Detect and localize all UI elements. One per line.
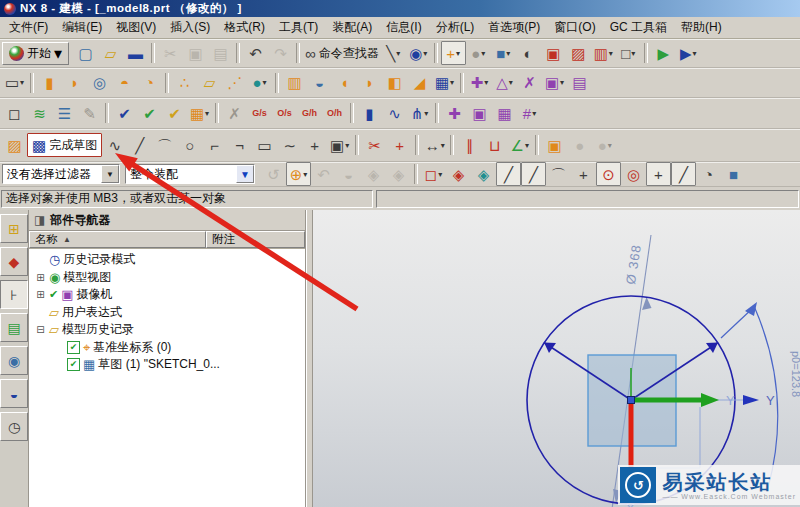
arc-button[interactable]: ⌒ <box>152 133 177 157</box>
flange-button[interactable]: ◗ <box>357 71 382 95</box>
circle-button[interactable]: ○ <box>177 133 202 157</box>
dropdown-arrow-icon[interactable]: ▾ <box>205 109 209 118</box>
profile-button[interactable]: ∿ <box>102 133 127 157</box>
snap-curve-button[interactable]: ⌒ <box>546 162 571 186</box>
column-header-name[interactable]: 名称 ▲ <box>29 231 206 248</box>
geom-check-oh-button[interactable]: O/h <box>322 101 347 125</box>
menu-item-1[interactable]: 编辑(E) <box>55 17 109 38</box>
snap-face-button[interactable]: ◔ <box>696 162 721 186</box>
snap-quadrant-button[interactable]: ◎ <box>621 162 646 186</box>
menu-item-6[interactable]: 装配(A) <box>325 17 379 38</box>
geom-check-os-button[interactable]: O/s <box>272 101 297 125</box>
reuse-library-tab[interactable]: ▤ <box>0 313 28 342</box>
chamfer-sketch-button[interactable]: ¬ <box>227 133 252 157</box>
sketch-origin-point[interactable] <box>628 397 635 404</box>
save-button[interactable]: ▬ <box>123 41 148 65</box>
selection-scope-button[interactable]: ⊕▾ <box>286 162 311 186</box>
more-tools-button[interactable]: ●▾ <box>592 133 617 157</box>
line-button[interactable]: ╱ <box>127 133 152 157</box>
tree-item-1[interactable]: ⊞◉模型视图 <box>29 269 305 287</box>
dropdown-arrow-icon[interactable]: ▾ <box>484 78 488 87</box>
snap-endpoint-button[interactable]: ╱ <box>496 162 521 186</box>
undo-button[interactable]: ↶ <box>243 41 268 65</box>
window-prev-button[interactable]: ▶ <box>651 41 676 65</box>
update-model-button[interactable]: ● <box>567 133 592 157</box>
angular-dimension-label[interactable]: p0=123.8 <box>790 351 800 397</box>
show-cube-button[interactable]: ▦▾ <box>432 71 457 95</box>
window-next-button[interactable]: ▶▾ <box>676 41 701 65</box>
dropdown-arrow-icon[interactable]: ▾ <box>20 78 24 87</box>
boolean-button[interactable]: ●▾ <box>247 71 272 95</box>
unite-button[interactable]: ▥ <box>282 71 307 95</box>
dropdown-arrow-icon[interactable]: ▾ <box>532 109 536 118</box>
combo-arrow-icon[interactable]: ▼ <box>101 165 119 183</box>
history-tab[interactable]: ◒ <box>0 379 28 408</box>
dropdown-arrow-icon[interactable]: ▾ <box>396 49 400 58</box>
dropdown-arrow-icon[interactable]: ▾ <box>456 49 460 58</box>
geometric-constraints-button[interactable]: ∥ <box>457 133 482 157</box>
snap-intersection-button[interactable]: + <box>571 162 596 186</box>
extrude-button[interactable]: ▮ <box>37 71 62 95</box>
rapid-dimension-button[interactable]: ↔▾ <box>422 133 447 157</box>
orient-view-button[interactable]: ●▾ <box>466 41 491 65</box>
wire-harness-button[interactable]: #▾ <box>517 101 542 125</box>
sketch-task-button[interactable]: ▨ <box>2 133 27 157</box>
battery-button[interactable]: ▮ <box>357 101 382 125</box>
redo-button[interactable]: ↷ <box>268 41 293 65</box>
hidden-edge-style-button[interactable]: ▨ <box>566 41 591 65</box>
auto-constrain-button[interactable]: ∠▾ <box>507 133 532 157</box>
marquee-select-button[interactable]: ◻▾ <box>421 162 446 186</box>
menu-item-5[interactable]: 工具(T) <box>272 17 325 38</box>
hole-button[interactable]: ◎ <box>87 71 112 95</box>
menu-item-3[interactable]: 插入(S) <box>163 17 217 38</box>
highlight-ball-button[interactable]: ◒ <box>336 162 361 186</box>
dropdown-arrow-icon[interactable]: ▾ <box>509 78 513 87</box>
dropdown-arrow-icon[interactable]: ▾ <box>438 170 442 179</box>
dropdown-arrow-icon[interactable]: ▾ <box>423 49 427 58</box>
sweep-button[interactable]: ◖ <box>332 71 357 95</box>
layer-category-button[interactable]: ☰ <box>52 101 77 125</box>
sketch-pane-button[interactable]: ▭▾ <box>2 71 27 95</box>
open-button[interactable]: ▱ <box>98 41 123 65</box>
copy-button[interactable]: ▣ <box>183 41 208 65</box>
offset-curve-button[interactable]: ▣▾ <box>327 133 352 157</box>
menu-item-7[interactable]: 信息(I) <box>379 17 428 38</box>
chamfer-body-button[interactable]: ◢ <box>407 71 432 95</box>
tree-item-5[interactable]: ✔⌖基准坐标系 (0) <box>29 339 305 357</box>
dropdown-arrow-icon[interactable]: ▾ <box>608 141 612 150</box>
dropdown-arrow-icon[interactable]: ▾ <box>450 78 454 87</box>
isometric-view-button[interactable]: ■▾ <box>491 41 516 65</box>
hand-deselect-button[interactable]: ◈ <box>386 162 411 186</box>
selection-tip-button[interactable]: ╲▾ <box>381 41 406 65</box>
dropdown-arrow-icon[interactable]: ▾ <box>631 49 635 58</box>
snap-mid-button[interactable]: ◈ <box>471 162 496 186</box>
dropdown-arrow-icon[interactable]: ▾ <box>424 109 428 118</box>
start-button[interactable]: 开始 ▾ <box>2 42 69 65</box>
boss-button[interactable]: ◓ <box>112 71 137 95</box>
spring-button[interactable]: ∿ <box>382 101 407 125</box>
dropdown-arrow-icon[interactable]: ▾ <box>263 78 267 87</box>
rectangle-button[interactable]: ▭ <box>252 133 277 157</box>
tree-item-2[interactable]: ⊞✔▣摄像机 <box>29 286 305 304</box>
hand-select-button[interactable]: ◈ <box>361 162 386 186</box>
sync-delete-face-button[interactable]: ✗ <box>517 71 542 95</box>
menu-item-10[interactable]: 窗口(O) <box>547 17 602 38</box>
layer-settings-button[interactable]: ≋ <box>27 101 52 125</box>
tree-item-3[interactable]: ▱用户表达式 <box>29 304 305 322</box>
undo-selection-button[interactable]: ↶ <box>311 162 336 186</box>
solid-cube-button[interactable]: ■ <box>721 162 746 186</box>
point-button[interactable]: + <box>302 133 327 157</box>
tag-button[interactable]: ✎ <box>77 101 102 125</box>
menu-item-2[interactable]: 视图(V) <box>109 17 163 38</box>
combo-arrow-blue-icon[interactable]: ▼ <box>236 165 254 183</box>
geom-check-gs-button[interactable]: G/s <box>247 101 272 125</box>
pattern-feature-button[interactable]: ∴ <box>172 71 197 95</box>
validate-part-button[interactable]: ✔ <box>162 101 187 125</box>
point-set-button[interactable]: ⋰ <box>222 71 247 95</box>
menu-item-11[interactable]: GC 工具箱 <box>603 17 674 38</box>
expand-toggle-icon[interactable]: ⊟ <box>35 324 46 335</box>
fillet-button[interactable]: ⌐ <box>202 133 227 157</box>
web-browser-tab[interactable]: ◉ <box>0 346 28 375</box>
expand-toggle-icon[interactable]: ⊞ <box>35 289 46 300</box>
fit-view-button[interactable]: +▾ <box>441 41 466 65</box>
